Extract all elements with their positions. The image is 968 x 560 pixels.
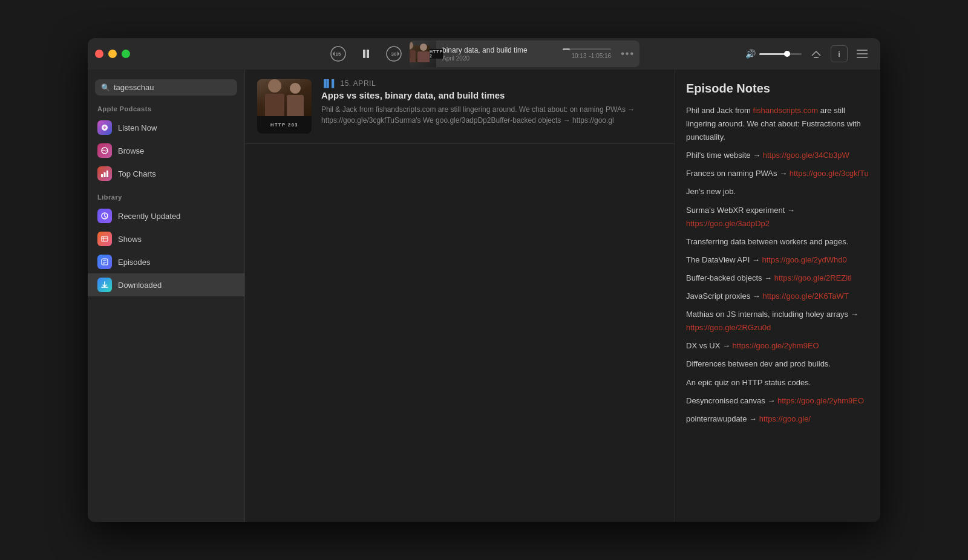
volume-slider-thumb <box>784 51 790 57</box>
episode-meta: ▐▌▌ 15. APRIL <box>321 79 662 88</box>
search-icon: 🔍 <box>101 83 110 92</box>
sidebar-item-recently-updated[interactable]: Recently Updated <box>88 204 244 227</box>
sidebar-item-browse[interactable]: Browse <box>88 139 244 162</box>
notes-link-webxr[interactable]: https://goo.gle/3adpDp2 <box>686 219 770 228</box>
notes-link-canvas[interactable]: https://goo.gle/2yhm9EO <box>777 396 864 405</box>
info-button[interactable]: i <box>831 45 848 62</box>
now-playing-dots-button[interactable]: ••• <box>616 46 639 62</box>
search-input[interactable] <box>114 83 231 92</box>
notes-link-time[interactable]: https://goo.gle/34Cb3pW <box>763 151 849 160</box>
time-remaining: -1:05:16 <box>589 53 611 59</box>
section-label-apple-podcasts: Apple Podcasts <box>88 105 244 116</box>
close-button[interactable] <box>95 50 103 58</box>
volume-control[interactable]: 🔊 <box>745 49 802 59</box>
transport-controls: 15 30 <box>329 44 404 63</box>
notes-body: Phil and Jack from fishandscripts.com ar… <box>686 104 869 426</box>
notes-link-buffer[interactable]: https://goo.gle/2REZitl <box>774 273 852 282</box>
maximize-button[interactable] <box>122 50 130 58</box>
downloaded-icon <box>97 278 112 292</box>
notes-item-1: Phil's time website → https://goo.gle/34… <box>686 149 869 162</box>
sidebar-item-listen-now[interactable]: Listen Now <box>88 116 244 139</box>
now-playing-thumbnail: HTTP 2 <box>410 41 436 67</box>
notes-item-12: An epic quiz on HTTP status codes. <box>686 376 869 389</box>
sidebar-label-browse: Browse <box>118 146 144 155</box>
episode-title: Apps vs sites, binary data, and build ti… <box>321 90 662 100</box>
app-window: 15 30 <box>88 38 880 522</box>
progress-fill <box>563 48 570 50</box>
menu-button[interactable] <box>854 45 871 62</box>
airplay-button[interactable] <box>808 45 825 62</box>
sidebar-item-downloaded[interactable]: Downloaded <box>88 273 244 296</box>
svg-point-6 <box>816 57 817 58</box>
http-badge-widget: HTTP 2 <box>430 50 443 58</box>
notes-link-pwas[interactable]: https://goo.gle/3cgkfTu <box>790 169 869 178</box>
listen-now-icon <box>97 120 112 135</box>
skip-back-button[interactable]: 15 <box>329 44 348 63</box>
main-content: 🔍 Apple Podcasts Listen Now <box>88 70 880 522</box>
shows-icon <box>97 232 112 246</box>
now-playing-info: binary data, and build time April 2020 <box>436 44 558 64</box>
now-playing-times: 10:13 -1:05:16 <box>571 53 611 59</box>
sidebar-label-top-charts: Top Charts <box>118 169 156 178</box>
progress-bar <box>563 48 611 50</box>
notes-item-14: pointerrawupdate → https://goo.gle/ <box>686 412 869 426</box>
notes-link-fishscripts[interactable]: fishandscripts.com <box>753 106 819 115</box>
svg-point-10 <box>103 126 106 129</box>
notes-item-7: Buffer-backed objects → https://goo.gle/… <box>686 272 869 285</box>
skip-forward-button[interactable]: 30 <box>384 44 404 63</box>
volume-slider[interactable] <box>759 53 802 55</box>
titlebar: 15 30 <box>88 38 880 70</box>
episode-bars-icon: ▐▌▌ <box>321 79 337 88</box>
svg-text:30: 30 <box>391 51 397 57</box>
notes-item-10: DX vs UX → https://goo.gle/2yhm9EO <box>686 339 869 353</box>
notes-link-dxux[interactable]: https://goo.gle/2yhm9EO <box>733 341 819 350</box>
episodes-icon <box>97 255 112 269</box>
notes-item-4: Surma's WebXR experiment → https://goo.g… <box>686 204 869 230</box>
notes-item-5: Transferring data between workers and pa… <box>686 235 869 249</box>
time-current: 10:13 <box>571 53 586 59</box>
notes-link-dataview[interactable]: https://goo.gle/2ydWhd0 <box>762 255 847 264</box>
notes-intro: Phil and Jack from fishandscripts.com ar… <box>686 104 869 144</box>
sidebar-spacer <box>88 185 244 194</box>
episode-content: ▐▌▌ 15. APRIL Apps vs sites, binary data… <box>321 79 662 126</box>
notes-item-2: Frances on naming PWAs → https://goo.gle… <box>686 167 869 180</box>
sidebar-label-shows: Shows <box>118 235 142 244</box>
sidebar-label-listen-now: Listen Now <box>118 123 157 132</box>
notes-item-6: The DataView API → https://goo.gle/2ydWh… <box>686 253 869 267</box>
now-playing-date: April 2020 <box>442 55 552 62</box>
episode-thumbnail: HTTP 203 <box>257 79 312 134</box>
svg-rect-16 <box>102 236 108 241</box>
notes-link-pointer[interactable]: https://goo.gle/ <box>759 414 811 423</box>
episode-description: Phil & Jack from fishandscripts.com are … <box>321 104 662 126</box>
notes-link-holey[interactable]: https://goo.gle/2RGzu0d <box>686 323 771 332</box>
notes-item-9: Mathias on JS internals, including holey… <box>686 308 869 334</box>
minimize-button[interactable] <box>108 50 117 58</box>
now-playing-widget[interactable]: HTTP 2 binary data, and build time April… <box>410 41 639 67</box>
sidebar-item-shows[interactable]: Shows <box>88 227 244 250</box>
pause-button[interactable] <box>356 44 376 63</box>
top-charts-icon <box>97 166 112 181</box>
notes-link-proxies[interactable]: https://goo.gle/2K6TaWT <box>762 291 848 301</box>
svg-text:15: 15 <box>336 51 341 57</box>
notes-title: Episode Notes <box>686 82 869 96</box>
titlebar-right: 🔊 i <box>745 45 871 62</box>
notes-panel: Episode Notes Phil and Jack from fishand… <box>675 70 880 522</box>
now-playing-title: binary data, and build time <box>442 46 552 54</box>
episode-http-badge: HTTP 203 <box>270 122 298 128</box>
now-playing-progress: 10:13 -1:05:16 <box>558 46 616 62</box>
sidebar-item-episodes[interactable]: Episodes <box>88 250 244 273</box>
notes-item-11: Differences between dev and prod builds. <box>686 357 869 371</box>
notes-item-3: Jen's new job. <box>686 185 869 198</box>
sidebar: 🔍 Apple Podcasts Listen Now <box>88 70 245 522</box>
notes-item-13: Desyncronised canvas → https://goo.gle/2… <box>686 394 869 408</box>
episode-card[interactable]: HTTP 203 ▐▌▌ 15. APRIL Apps vs sites, bi… <box>245 70 675 144</box>
svg-rect-3 <box>367 50 369 58</box>
search-bar[interactable]: 🔍 <box>95 79 237 96</box>
svg-rect-13 <box>104 172 106 177</box>
sidebar-label-recently-updated: Recently Updated <box>118 212 180 221</box>
notes-item-8: JavaScript proxies → https://goo.gle/2K6… <box>686 290 869 303</box>
sidebar-item-top-charts[interactable]: Top Charts <box>88 162 244 185</box>
episode-list: HTTP 203 ▐▌▌ 15. APRIL Apps vs sites, bi… <box>245 70 675 522</box>
volume-slider-fill <box>759 53 787 55</box>
sidebar-label-episodes: Episodes <box>118 258 150 267</box>
